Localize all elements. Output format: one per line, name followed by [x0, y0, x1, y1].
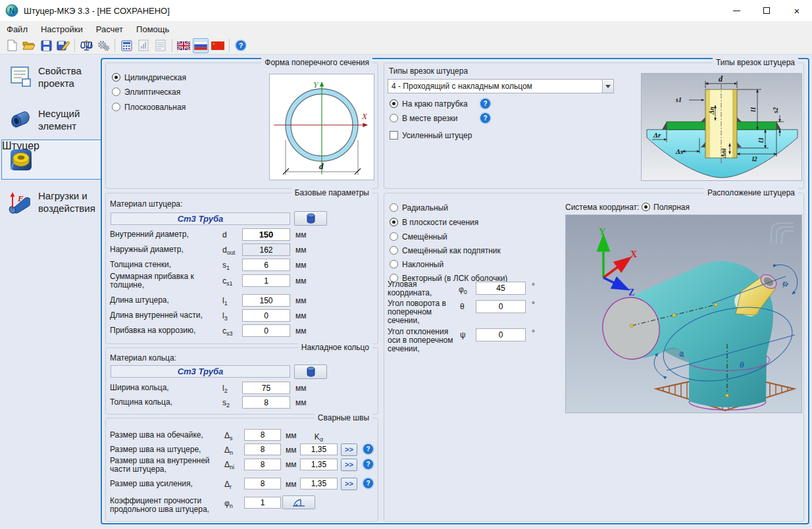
nozzle-type-select[interactable]: 4 - Проходящий с накладным кольцом [388, 79, 614, 93]
radio-offset[interactable] [390, 232, 398, 241]
inner-part-length-input[interactable] [242, 309, 290, 322]
radio-cylindrical[interactable] [112, 73, 120, 82]
rotation-angle-input[interactable] [476, 300, 526, 313]
menu-help[interactable]: Помощь [130, 22, 176, 36]
open-file-button[interactable] [21, 38, 37, 53]
help-icon[interactable] [480, 99, 490, 109]
radio-label: Радиальный [402, 204, 448, 213]
menu-file[interactable]: Файл [0, 22, 34, 36]
wall-thickness-input[interactable] [242, 259, 290, 271]
close-button[interactable]: × [782, 0, 812, 21]
minimize-icon [733, 11, 740, 11]
units-button[interactable] [78, 38, 94, 53]
axis-x-label: X [361, 111, 368, 121]
minimize-button[interactable] [721, 0, 751, 21]
toolbar-separator [74, 39, 75, 52]
help-icon[interactable] [363, 478, 373, 488]
checkbox-reinforced-nozzle[interactable] [390, 131, 398, 139]
weld-size-shell-input[interactable] [244, 429, 281, 441]
corrosion-allowance-input[interactable] [242, 324, 290, 337]
param-label: Длина штуцера, [110, 296, 169, 305]
help-icon[interactable] [480, 113, 490, 123]
param-label: Прибавка на коррозию, [110, 326, 195, 335]
radio-offset-as-support[interactable] [390, 246, 398, 255]
nozzle-3d-view[interactable]: Y X Z θ ψ φ [565, 214, 802, 413]
param-label: Внутренний диаметр, [110, 230, 189, 239]
radio-inclined[interactable] [390, 260, 398, 268]
param-symbol: Δ [224, 445, 230, 455]
material-database-button[interactable] [294, 211, 327, 226]
k-sigma-reinforcement-input[interactable] [300, 478, 338, 490]
weld-size-inner-part-input[interactable] [244, 459, 281, 470]
angle-label: Угол поворота в поперечном сечении, [388, 299, 459, 325]
language-russian-button[interactable] [193, 38, 209, 53]
sidebar-item-nozzle[interactable]: Штуцер [1, 139, 101, 180]
sidebar-item-project-properties[interactable]: Свойствапроекта [0, 64, 100, 101]
dim-label-dn: Δn [708, 107, 715, 115]
ring-material-field[interactable]: Ст3 Труба [111, 365, 290, 378]
language-chinese-button[interactable] [210, 38, 226, 53]
weld-gauge-icon [292, 497, 306, 508]
group-caption: Форма поперечного сечения [261, 58, 372, 67]
inner-diameter-input[interactable] [242, 228, 290, 241]
radio-radial[interactable] [390, 203, 398, 212]
new-file-button[interactable] [4, 38, 20, 53]
language-english-button[interactable] [176, 38, 191, 53]
menu-settings[interactable]: Настройки [34, 22, 89, 36]
cross-section-diagram: Y X d [269, 74, 374, 180]
chevron-down-icon [605, 85, 611, 88]
ring-width-input[interactable] [242, 382, 290, 394]
maximize-icon [763, 7, 770, 14]
radio-at-insertion-place[interactable] [390, 114, 398, 122]
k-sigma-more-button[interactable]: >> [341, 459, 357, 471]
flag-uk-icon [177, 41, 190, 50]
radio-polar[interactable] [642, 203, 650, 211]
radio-label: Смещённый [402, 233, 447, 241]
calculator-button[interactable] [118, 38, 134, 53]
radio-flat-oval[interactable] [112, 103, 120, 111]
flag-cn-icon [211, 41, 224, 50]
nozzle-material-field[interactable]: Ст3 Труба [111, 213, 290, 225]
k-sigma-inner-input[interactable] [300, 459, 338, 470]
document-button[interactable] [153, 38, 168, 53]
unit-label: мм [295, 326, 307, 336]
weld-coefficient-button[interactable] [282, 495, 315, 509]
settings-button[interactable] [95, 38, 111, 53]
report-button[interactable] [136, 38, 151, 53]
radio-at-pipe-edge[interactable] [390, 99, 398, 108]
ring-thickness-input[interactable] [242, 396, 290, 409]
sidebar-item-label: Нагрузки ивоздействия [38, 189, 95, 214]
k-sigma-more-button[interactable]: >> [341, 478, 357, 490]
param-symbol-sub: s [230, 435, 233, 441]
longitudinal-weld-coefficient-input[interactable] [244, 497, 281, 509]
thickness-allowance-input[interactable] [242, 274, 290, 287]
help-icon[interactable] [363, 444, 373, 454]
maximize-button[interactable] [751, 0, 782, 21]
sidebar-item-loads[interactable]: F Нагрузки ивоздействия [0, 189, 100, 226]
material-database-button[interactable] [294, 365, 327, 379]
k-sigma-nozzle-input[interactable] [300, 443, 338, 455]
unit-label: мм [295, 296, 307, 305]
param-symbol-sub: s1 [226, 280, 233, 287]
menu-calculation[interactable]: Расчет [89, 22, 130, 36]
radio-label: На краю патрубка [402, 100, 468, 109]
k-sigma-header: Kσ [300, 432, 338, 443]
group-caption: Сварные швы [315, 413, 372, 422]
title-bar: N Штуцер-МКЭ 3.3 - [НЕ СОХРАНЕНО] × [0, 0, 812, 21]
save-as-button[interactable] [55, 38, 71, 53]
weld-size-reinforcement-input[interactable] [244, 478, 281, 490]
angular-coordinate-input[interactable] [476, 282, 526, 295]
sidebar-item-bearing-element[interactable]: Несущийэлемент [0, 107, 100, 144]
radio-in-section-plane[interactable] [390, 218, 398, 226]
save-button[interactable] [38, 38, 54, 53]
combo-dropdown-button[interactable] [602, 80, 613, 93]
weld-size-nozzle-input[interactable] [244, 443, 281, 455]
help-button[interactable]: ? [233, 38, 249, 53]
deviation-angle-input[interactable] [476, 328, 526, 341]
help-icon[interactable] [363, 459, 373, 469]
radio-label: Наклонный [402, 261, 444, 269]
nozzle-length-input[interactable] [242, 294, 290, 307]
k-sigma-more-button[interactable]: >> [341, 443, 357, 456]
radio-label: Плоскоовальная [124, 103, 186, 112]
radio-elliptical[interactable] [112, 88, 120, 96]
